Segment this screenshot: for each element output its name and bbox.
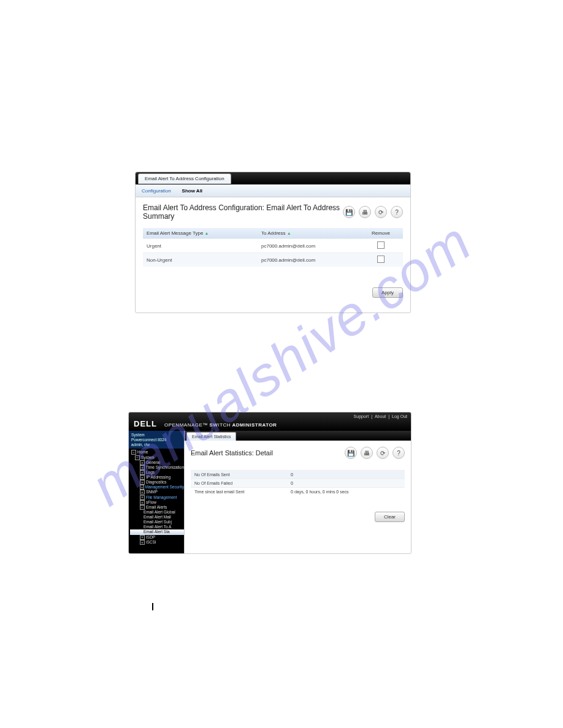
plus-icon[interactable]: +: [140, 475, 145, 480]
plus-icon[interactable]: +: [140, 480, 145, 485]
print-icon[interactable]: 🖶: [359, 206, 371, 218]
nav-item-label: IP Addressing: [146, 475, 170, 480]
col-label: Email Alert Message Type: [147, 230, 203, 236]
nav-item-label: SNMP: [146, 490, 158, 495]
nav-item-label: File Management: [146, 495, 177, 500]
address-summary-table: Email Alert Message Type ▲ To Address ▲ …: [143, 228, 403, 267]
prod-admin: ADMINISTRATOR: [231, 422, 277, 428]
sort-icon: ▲: [287, 231, 291, 235]
panel1-title: Email Alert To Address Configuration: Em…: [143, 203, 343, 221]
plus-icon[interactable]: +: [140, 535, 145, 540]
cell-type: Non-Urgent: [143, 253, 258, 267]
save-icon[interactable]: 💾: [345, 447, 357, 459]
col-remove: Remove: [359, 228, 403, 239]
nav-item-email-alert-to-a[interactable]: Email Alert To A: [130, 525, 184, 529]
email-alert-statistics-panel: Support| About| Log Out DELL OPENMANAGE™…: [128, 412, 412, 554]
prod-itch: ITCH: [218, 422, 231, 428]
plus-icon[interactable]: +: [140, 540, 145, 545]
plus-icon[interactable]: +: [140, 490, 145, 495]
cell-to: pc7000.admin@dell.com: [258, 239, 359, 253]
link-about[interactable]: About: [375, 414, 386, 419]
table-row: Non-Urgent pc7000.admin@dell.com: [143, 253, 403, 267]
panel1-subtabs: Configuration Show All: [136, 184, 410, 197]
print-icon[interactable]: 🖶: [361, 447, 373, 459]
minus-icon[interactable]: −: [140, 505, 145, 510]
nav-item-email-alerts[interactable]: −Email Alerts: [130, 505, 184, 510]
cell-type: Urgent: [143, 239, 258, 253]
nav-item-email-alert-sta[interactable]: Email Alert Sta: [130, 529, 184, 534]
table-row: No Of Emails Sent 0: [191, 471, 405, 479]
plus-icon[interactable]: +: [140, 500, 145, 505]
link-support[interactable]: Support: [354, 414, 369, 419]
nav-item-home[interactable]: −Home: [130, 450, 184, 455]
save-icon[interactable]: 💾: [343, 206, 355, 218]
nav-item-label: Email Alert To A: [144, 525, 171, 529]
nav-item-label: Email Alert Sta: [144, 529, 170, 534]
nav-sidebar: System Powerconnect 8024 admin, r/w −Hom…: [129, 431, 184, 553]
email-alert-address-panel: Email Alert To Address Configuration Con…: [135, 172, 411, 313]
nav-item-general[interactable]: +General: [130, 460, 184, 465]
refresh-icon[interactable]: ⟳: [375, 206, 387, 218]
stat-val: 0: [287, 471, 405, 479]
plus-icon[interactable]: +: [140, 485, 144, 490]
nav-item-label: Email Alert Subj: [144, 520, 172, 525]
nav-item-label: ISDP: [146, 535, 155, 540]
dell-logo: DELL: [134, 419, 157, 428]
tab-email-alert-statistics[interactable]: Email Alert Statistics: [186, 432, 236, 441]
link-logout[interactable]: Log Out: [392, 414, 407, 419]
nav-item-ip-addressing[interactable]: +IP Addressing: [130, 475, 184, 480]
subtab-configuration[interactable]: Configuration: [142, 188, 171, 194]
apply-button[interactable]: Apply: [372, 287, 403, 298]
stat-key: No Of Emails Failed: [191, 479, 287, 488]
prod-prefix: OPENMANAGE™: [164, 422, 210, 428]
col-message-type[interactable]: Email Alert Message Type ▲: [143, 228, 258, 239]
refresh-icon[interactable]: ⟳: [377, 447, 389, 459]
help-icon[interactable]: ?: [391, 206, 403, 218]
product-name: OPENMANAGE™ SWITCH ADMINISTRATOR: [164, 422, 277, 428]
nav-item-label: iSCSI: [146, 540, 156, 545]
help-icon[interactable]: ?: [393, 447, 405, 459]
col-label: To Address: [261, 230, 286, 236]
plus-icon[interactable]: +: [140, 465, 145, 470]
nav-item-diagnostics[interactable]: +Diagnostics: [130, 480, 184, 485]
plus-icon[interactable]: +: [140, 460, 145, 465]
nav-item-sflow[interactable]: +sFlow: [130, 500, 184, 505]
table-row: Time since last email Sent 0 days, 0 hou…: [191, 488, 405, 496]
nav-item-system[interactable]: −System: [130, 455, 184, 460]
nav-item-management-security[interactable]: +Management Security: [130, 485, 184, 490]
minus-icon[interactable]: −: [131, 450, 136, 455]
plus-icon[interactable]: +: [140, 470, 145, 475]
remove-checkbox[interactable]: [377, 241, 385, 249]
nav-item-label: Diagnostics: [146, 480, 167, 485]
nav-item-snmp[interactable]: +SNMP: [130, 490, 184, 495]
stat-val: 0 days, 0 hours, 0 mins 0 secs: [287, 488, 405, 496]
nav-item-file-management[interactable]: +File Management: [130, 495, 184, 500]
nav-item-time-synchronization[interactable]: +Time Synchronization: [130, 465, 184, 470]
nav-item-label: sFlow: [146, 500, 156, 505]
nav-item-email-alert-subj[interactable]: Email Alert Subj: [130, 520, 184, 525]
panel2-tabbar: Email Alert Statistics: [185, 431, 411, 441]
nav-item-isdp[interactable]: +ISDP: [130, 535, 184, 540]
app-header: Support| About| Log Out DELL OPENMANAGE™…: [129, 412, 411, 431]
remove-checkbox[interactable]: [377, 256, 385, 263]
table-row: No Of Emails Failed 0: [191, 479, 405, 488]
nav-item-label: General: [146, 460, 160, 465]
sysinfo-line: admin, r/w: [131, 442, 182, 447]
plus-icon[interactable]: +: [140, 495, 145, 500]
nav-item-logs[interactable]: +Logs: [130, 470, 184, 475]
stat-key: Time since last email Sent: [191, 488, 287, 496]
nav-item-email-alert-global[interactable]: Email Alert Global: [130, 510, 184, 515]
tab-email-alert-address-config[interactable]: Email Alert To Address Configuration: [138, 173, 231, 184]
nav-item-label: Time Synchronization: [146, 465, 184, 470]
nav-item-label: System: [141, 455, 155, 460]
col-to-address[interactable]: To Address ▲: [258, 228, 359, 239]
subtab-show-all[interactable]: Show All: [182, 188, 202, 194]
nav-item-label: Email Alerts: [146, 505, 167, 510]
nav-item-iscsi[interactable]: +iSCSI: [130, 540, 184, 545]
page-number-mark: [152, 603, 153, 610]
clear-button[interactable]: Clear: [375, 512, 405, 522]
sysinfo-line: Powerconnect 8024: [131, 438, 182, 442]
minus-icon[interactable]: −: [135, 455, 140, 460]
nav-item-label: Home: [137, 450, 148, 455]
nav-item-email-alert-mail[interactable]: Email Alert Mail: [130, 515, 184, 520]
